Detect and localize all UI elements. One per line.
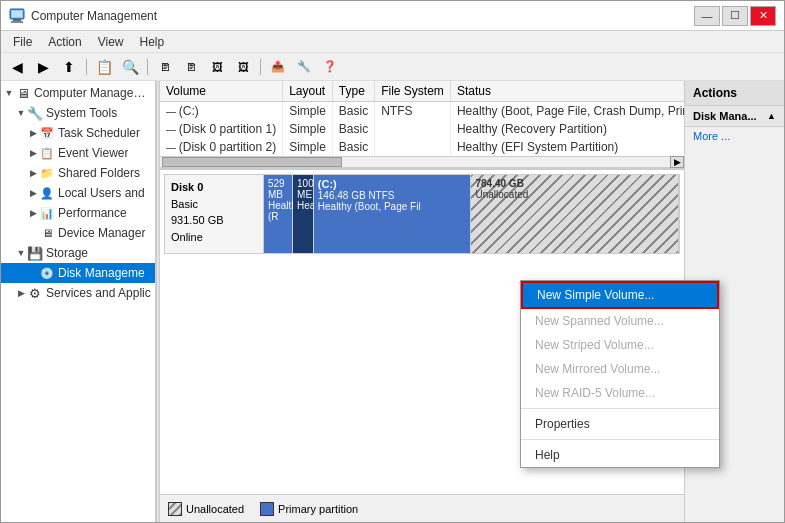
- menu-help[interactable]: Help: [132, 33, 173, 51]
- tool-button-3[interactable]: 🖼: [205, 56, 229, 78]
- maximize-button[interactable]: ☐: [722, 6, 748, 26]
- p1-size: 529 MB: [268, 178, 288, 200]
- menu-action[interactable]: Action: [40, 33, 89, 51]
- properties-button[interactable]: 🔧: [292, 56, 316, 78]
- app-icon: [9, 8, 25, 24]
- scroll-right-btn[interactable]: ▶: [670, 156, 684, 168]
- actions-header: Actions: [685, 81, 784, 106]
- col-fs[interactable]: File System: [375, 81, 451, 102]
- tree-performance[interactable]: ▶ 📊 Performance: [1, 203, 155, 223]
- vol-fs: [375, 120, 451, 138]
- help-toolbar-button[interactable]: ❓: [318, 56, 342, 78]
- computer-management-window: Computer Management — ☐ ✕ File Action Vi…: [0, 0, 785, 523]
- vol-type: Basic: [332, 102, 374, 121]
- root-expand-icon: ▼: [3, 87, 15, 99]
- tool-button-1[interactable]: 🖹: [153, 56, 177, 78]
- shared-expand: ▶: [27, 167, 39, 179]
- tree-disk-management[interactable]: 💿 Disk Manageme: [1, 263, 155, 283]
- table-row[interactable]: — (Disk 0 partition 2) Simple Basic Heal…: [160, 138, 684, 156]
- tree-shared-label: Shared Folders: [58, 166, 140, 180]
- partition-2[interactable]: 100 ME Health: [293, 175, 314, 253]
- col-volume[interactable]: Volume: [160, 81, 283, 102]
- table-row[interactable]: — (Disk 0 partition 1) Simple Basic Heal…: [160, 120, 684, 138]
- h-scrollbar-row: ▶: [160, 156, 684, 168]
- table-row[interactable]: — (C:) Simple Basic NTFS Healthy (Boot, …: [160, 102, 684, 121]
- toolbar: ◀ ▶ ⬆ 📋 🔍 🖹 🖹 🖼 🖼 📤 🔧 ❓: [1, 53, 784, 81]
- vol-name: — (Disk 0 partition 2): [160, 138, 283, 156]
- minimize-button[interactable]: —: [694, 6, 720, 26]
- vol-status: Healthy (EFI System Partition): [450, 138, 684, 156]
- left-panel: ▼ 🖥 Computer Managemen ▼ 🔧 System Tools …: [1, 81, 156, 522]
- partition-1[interactable]: 529 MB Healthy (R: [264, 175, 293, 253]
- up-button[interactable]: ⬆: [57, 56, 81, 78]
- tree-task-scheduler[interactable]: ▶ 📅 Task Scheduler: [1, 123, 155, 143]
- title-bar: Computer Management — ☐ ✕: [1, 1, 784, 31]
- event-expand: ▶: [27, 147, 39, 159]
- toolbar-sep-2: [147, 59, 148, 75]
- tree-local-users[interactable]: ▶ 👤 Local Users and: [1, 183, 155, 203]
- pc-status: Healthy (Boot, Page Fil: [318, 201, 467, 212]
- p2-size: 100 ME: [297, 178, 309, 200]
- disk-type: Basic: [171, 196, 257, 213]
- close-button[interactable]: ✕: [750, 6, 776, 26]
- actions-expand-icon: ▲: [767, 111, 776, 121]
- svg-rect-4: [12, 11, 22, 17]
- tree-services[interactable]: ▶ ⚙ Services and Applic: [1, 283, 155, 303]
- actions-subheader: Disk Mana... ▲: [685, 106, 784, 127]
- disk-info: Disk 0 Basic 931.50 GB Online: [164, 174, 264, 254]
- toolbar-sep-3: [260, 59, 261, 75]
- unallocated-box: [168, 502, 182, 516]
- tree-storage-label: Storage: [46, 246, 88, 260]
- menu-view[interactable]: View: [90, 33, 132, 51]
- disk-size: 931.50 GB: [171, 212, 257, 229]
- actions-more[interactable]: More ...: [685, 127, 784, 145]
- ctx-new-simple[interactable]: New Simple Volume...: [521, 281, 719, 309]
- export-button[interactable]: 📤: [266, 56, 290, 78]
- tree-root-label: Computer Managemen: [34, 86, 151, 100]
- vol-fs: NTFS: [375, 102, 451, 121]
- col-type[interactable]: Type: [332, 81, 374, 102]
- partition-c[interactable]: (C:) 146.48 GB NTFS Healthy (Boot, Page …: [314, 175, 472, 253]
- ctx-properties[interactable]: Properties: [521, 412, 719, 436]
- vol-status: Healthy (Boot, Page File, Crash Dump, Pr…: [450, 102, 684, 121]
- show-hide-button[interactable]: 📋: [92, 56, 116, 78]
- pc-size: 146.48 GB NTFS: [318, 190, 467, 201]
- disk-name: Disk 0: [171, 179, 257, 196]
- tool-button-4[interactable]: 🖼: [231, 56, 255, 78]
- col-layout[interactable]: Layout: [283, 81, 333, 102]
- disk-partitions: 529 MB Healthy (R 100 ME Health (C:) 146…: [264, 174, 680, 254]
- tool-button-2[interactable]: 🖹: [179, 56, 203, 78]
- pu-status: Unallocated: [475, 189, 674, 200]
- tree-root-item[interactable]: ▼ 🖥 Computer Managemen: [1, 83, 155, 103]
- users-expand: ▶: [27, 187, 39, 199]
- col-status[interactable]: Status: [450, 81, 684, 102]
- forward-button[interactable]: ▶: [31, 56, 55, 78]
- partition-unallocated[interactable]: 784.40 GB Unallocated: [471, 175, 679, 253]
- tree-system-tools[interactable]: ▼ 🔧 System Tools: [1, 103, 155, 123]
- title-bar-left: Computer Management: [9, 8, 157, 24]
- tree-event-viewer[interactable]: ▶ 📋 Event Viewer: [1, 143, 155, 163]
- tree-storage[interactable]: ▼ 💾 Storage: [1, 243, 155, 263]
- ctx-help[interactable]: Help: [521, 443, 719, 467]
- menu-file[interactable]: File: [5, 33, 40, 51]
- tree-shared-folders[interactable]: ▶ 📁 Shared Folders: [1, 163, 155, 183]
- event-icon: 📋: [39, 145, 55, 161]
- context-menu: New Simple Volume... New Spanned Volume.…: [520, 280, 720, 468]
- back-button[interactable]: ◀: [5, 56, 29, 78]
- tree-root: ▼ 🖥 Computer Managemen ▼ 🔧 System Tools …: [1, 81, 155, 305]
- ctx-sep-1: [521, 408, 719, 409]
- disk-status: Online: [171, 229, 257, 246]
- disk-row: Disk 0 Basic 931.50 GB Online 529 MB Hea…: [164, 174, 680, 254]
- ctx-new-mirrored: New Mirrored Volume...: [521, 357, 719, 381]
- tree-device-manager[interactable]: 🖥 Device Manager: [1, 223, 155, 243]
- vol-layout: Simple: [283, 102, 333, 121]
- tree-disk-label: Disk Manageme: [58, 266, 145, 280]
- storage-icon: 💾: [27, 245, 43, 261]
- h-scrollbar[interactable]: [162, 157, 342, 167]
- toolbar-sep-1: [86, 59, 87, 75]
- tree-event-label: Event Viewer: [58, 146, 128, 160]
- vol-layout: Simple: [283, 120, 333, 138]
- search-button[interactable]: 🔍: [118, 56, 142, 78]
- device-icon: 🖥: [39, 225, 55, 241]
- perf-expand: ▶: [27, 207, 39, 219]
